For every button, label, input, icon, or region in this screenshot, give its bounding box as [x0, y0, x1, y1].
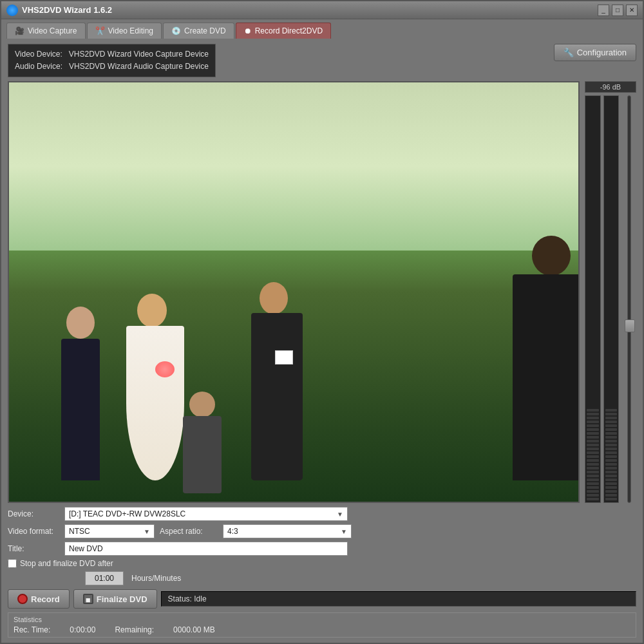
tab-video-capture[interactable]: 🎥 Video Capture — [6, 23, 86, 39]
slider-track — [627, 95, 631, 503]
finalize-dvd-button[interactable]: ■ Finalize DVD — [73, 589, 157, 609]
aspect-ratio-dropdown[interactable]: 4:3 ▼ — [223, 524, 352, 538]
seg — [587, 421, 599, 423]
vu-db-label: -96 dB — [585, 81, 636, 93]
groom-head — [66, 307, 95, 339]
maximize-button[interactable]: □ — [612, 5, 623, 16]
time-row: Hours/Minutes — [8, 571, 636, 585]
finalize-dvd-icon: ■ — [83, 594, 93, 604]
seg — [587, 417, 599, 419]
seg — [587, 475, 599, 477]
seg — [587, 471, 599, 473]
video-section: -96 dB — [8, 81, 636, 503]
video-preview — [8, 81, 580, 503]
seg — [605, 475, 618, 477]
device-label: Device: — [8, 509, 59, 518]
status-bar: Status: Idle — [161, 591, 636, 607]
video-device-value: VHS2DVD Wizard Video Capture Device — [69, 50, 209, 59]
seg — [587, 448, 599, 450]
seg — [587, 424, 599, 427]
stop-finalize-text: Stop and finalize DVD after — [20, 559, 113, 568]
create-dvd-icon: 💿 — [171, 26, 181, 35]
seg — [605, 463, 618, 466]
title-label: Title: — [8, 544, 59, 553]
video-device-row: Video Device: VHS2DVD Wizard Video Captu… — [15, 48, 209, 61]
seated-body — [183, 416, 222, 493]
seg — [605, 413, 618, 415]
rec-time-label: Rec. Time: — [14, 625, 50, 634]
configuration-button[interactable]: 🔧 Configuration — [554, 44, 636, 61]
slider-thumb[interactable] — [625, 319, 635, 332]
time-input[interactable] — [85, 571, 124, 585]
seg — [605, 459, 618, 462]
vu-meter-right — [603, 95, 620, 503]
record-button-label: Record — [31, 594, 60, 604]
record-button[interactable]: Record — [8, 589, 70, 609]
wedding-scene-art — [9, 82, 578, 502]
officiant-robe — [251, 313, 303, 480]
seg — [587, 451, 599, 454]
vu-section: -96 dB — [585, 81, 636, 503]
seg — [587, 459, 599, 462]
tab-record-label: Record Direct2DVD — [255, 26, 323, 35]
seg — [587, 436, 599, 439]
volume-slider[interactable] — [621, 95, 636, 503]
wrench-icon: 🔧 — [564, 48, 574, 57]
tab-create-dvd[interactable]: 💿 Create DVD — [163, 23, 234, 39]
settings-area: Device: [D:] TEAC DVD+-RW DVW28SLC ▼ Vid… — [8, 507, 636, 585]
seg — [587, 444, 599, 446]
right-figure — [513, 236, 578, 480]
close-button[interactable]: ✕ — [626, 5, 638, 16]
app-icon — [6, 5, 18, 16]
hours-minutes-label: Hours/Minutes — [131, 574, 181, 583]
video-format-value: NTSC — [69, 527, 90, 536]
aspect-ratio-arrow: ▼ — [341, 528, 347, 535]
bride-figure — [123, 287, 187, 480]
tab-record-direct2dvd[interactable]: ⏺ Record Direct2DVD — [236, 23, 331, 39]
tab-create-dvd-label: Create DVD — [184, 26, 226, 35]
seg — [605, 444, 618, 446]
window-title: VHS2DVD Wizard 1.6.2 — [22, 5, 598, 15]
header-row: Video Device: VHS2DVD Wizard Video Captu… — [8, 44, 636, 77]
format-row: Video format: NTSC ▼ Aspect ratio: 4:3 ▼ — [8, 524, 636, 538]
seg — [587, 486, 599, 489]
device-dropdown[interactable]: [D:] TEAC DVD+-RW DVW28SLC ▼ — [64, 507, 348, 521]
seg — [605, 482, 618, 485]
title-row: Title: — [8, 542, 636, 556]
seg — [605, 451, 618, 454]
main-content: Video Device: VHS2DVD Wizard Video Captu… — [1, 39, 643, 643]
main-window: VHS2DVD Wizard 1.6.2 _ □ ✕ 🎥 Video Captu… — [0, 0, 644, 644]
seg — [605, 490, 618, 493]
seg — [587, 467, 599, 469]
statistics-title: Statistics — [14, 616, 630, 623]
device-dropdown-value: [D:] TEAC DVD+-RW DVW28SLC — [69, 509, 185, 518]
tab-video-editing-label: Video Editing — [108, 26, 154, 35]
seg — [587, 413, 599, 415]
seg — [605, 417, 618, 419]
rec-time-value: 0:00:00 — [70, 625, 95, 634]
minimize-button[interactable]: _ — [598, 5, 609, 16]
tab-video-editing[interactable]: ✂️ Video Editing — [87, 23, 162, 39]
seg — [605, 467, 618, 469]
remaining-label: Remaining: — [115, 625, 154, 634]
aspect-ratio-label: Aspect ratio: — [160, 527, 218, 536]
config-button-label: Configuration — [577, 48, 627, 57]
seg — [605, 471, 618, 473]
aspect-ratio-value: 4:3 — [227, 527, 238, 536]
video-format-dropdown[interactable]: NTSC ▼ — [64, 524, 155, 538]
vu-left-segments — [585, 96, 600, 502]
right-figure-head — [532, 236, 571, 276]
video-editing-icon: ✂️ — [95, 26, 105, 35]
title-input[interactable] — [64, 542, 348, 556]
seg — [587, 409, 599, 412]
seg — [587, 432, 599, 435]
title-bar: VHS2DVD Wizard 1.6.2 _ □ ✕ — [1, 1, 643, 19]
seg — [605, 436, 618, 439]
statistics-row: Rec. Time: 0:00:00 Remaining: 0000.00 MB — [14, 625, 630, 634]
seg — [587, 498, 599, 500]
audio-device-value: VHS2DVD Wizard Audio Capture Device — [69, 62, 209, 71]
seated-figure — [180, 390, 225, 493]
seg — [605, 486, 618, 489]
stop-finalize-checkbox[interactable] — [8, 559, 17, 568]
seg — [605, 421, 618, 423]
